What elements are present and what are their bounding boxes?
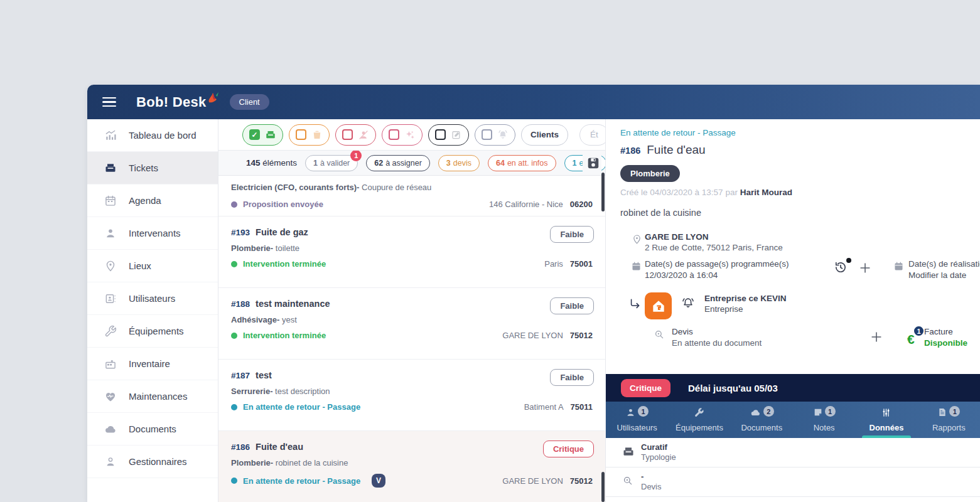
status-dot-icon	[231, 404, 237, 410]
ticket-row[interactable]: #187test Serrurerie- test description En…	[218, 360, 605, 431]
sidebar-item-inventaire[interactable]: Inventaire	[87, 348, 218, 380]
sidebar-item-documents[interactable]: Documents	[87, 413, 218, 446]
chart-icon	[104, 129, 117, 142]
element-count: 145 éléments	[246, 158, 297, 168]
list-controls-bar: 145 éléments 1à valider 1 62à assigner 3…	[218, 151, 605, 176]
pill-a-valider[interactable]: 1à valider 1	[305, 155, 358, 171]
scrollbar-thumb[interactable]	[601, 173, 605, 211]
ticket-row[interactable]: #193Fuite de gaz Plomberie- toilette Int…	[218, 216, 605, 288]
brand-logo[interactable]: Bob! Desk	[136, 94, 218, 110]
alarm-icon	[497, 129, 509, 141]
deadline-bar: Critique Délai jusqu'au 05/03	[606, 374, 980, 402]
calendar-icon	[631, 261, 642, 272]
report-icon	[937, 407, 947, 417]
data-row-partial[interactable]	[606, 497, 980, 502]
tab-count-badge: 1	[638, 406, 649, 417]
sidebar-item-lieux[interactable]: Lieux	[87, 250, 218, 282]
pill-devis[interactable]: 3devis	[438, 155, 480, 171]
clients-filter-button[interactable]: Clients	[521, 124, 568, 146]
location-name: GARE DE LYON	[645, 232, 783, 242]
data-row-typologie[interactable]: Curatif Typologie	[606, 438, 980, 467]
tab-documents[interactable]: 2 Documents	[731, 402, 793, 438]
ticket-location: 146 Californie - Nice06200	[489, 200, 593, 209]
facture-label: Facture	[924, 326, 967, 338]
ticket-category-line: Plomberie- robinet de la cuisine	[231, 458, 593, 467]
company-block[interactable]: Entreprise ce KEVIN Entreprise	[704, 294, 787, 314]
tab-utilisateurs[interactable]: 1 Utilisateurs	[606, 402, 668, 438]
devis-block[interactable]: Devis En attente du document	[672, 326, 762, 349]
data-row-devis[interactable]: - Devis	[606, 467, 980, 497]
checkbox-empty-icon	[296, 129, 306, 140]
add-passage-date-icon[interactable]	[858, 261, 872, 275]
shelf-icon	[104, 358, 117, 370]
app-window: Bob! Desk Client Tableau de bord Tickets…	[87, 85, 980, 502]
ticket-status: En attente de retour - Passage	[231, 402, 360, 412]
ticket-row[interactable]: #188test maintenance Adhésivage- yest In…	[218, 288, 605, 360]
tab-donnees[interactable]: Données	[855, 402, 917, 438]
sidebar-item-utilisateurs[interactable]: Utilisateurs	[87, 282, 218, 315]
ticket-row-selected[interactable]: #186Fuite d'eau Plomberie- robinet de la…	[218, 431, 605, 502]
tab-count-badge: 1	[949, 406, 960, 417]
checkbox-empty-icon	[435, 129, 446, 140]
filter-edit-button[interactable]	[428, 124, 469, 146]
tab-rapports[interactable]: 1 Rapports	[918, 402, 980, 438]
sliders-icon	[881, 407, 891, 418]
filter-sparkles-button[interactable]	[382, 124, 423, 146]
history-button[interactable]	[833, 260, 849, 276]
ticket-category-line: Electricien (CFO, courants forts)- Coupu…	[231, 183, 593, 192]
sidebar-item-equipements[interactable]: Équipements	[87, 315, 218, 348]
tab-notes[interactable]: 1 Notes	[793, 402, 855, 438]
sidebar-item-agenda[interactable]: Agenda	[87, 184, 218, 217]
sidebar-item-label: Intervenants	[129, 228, 181, 238]
bell-icon[interactable]	[681, 296, 695, 310]
top-navbar: Bob! Desk Client	[87, 85, 980, 119]
realisation-dates-block[interactable]: Date(s) de réalisation Modifier la date	[908, 259, 980, 281]
sidebar-item-gestionnaires[interactable]: Gestionnaires	[87, 446, 218, 478]
pill-a-assigner[interactable]: 62à assigner	[366, 155, 430, 171]
filter-validated-button[interactable]: ✓	[242, 124, 283, 146]
sidebar-item-maintenances[interactable]: Maintenances	[87, 380, 218, 413]
person-icon	[104, 456, 117, 468]
passage-dates-block[interactable]: Date(s) de passage(s) programmée(s) 12/0…	[645, 259, 789, 281]
facture-icon-group[interactable]: € 1	[907, 326, 926, 348]
corner-arrow-icon	[628, 297, 642, 311]
pill-en-att-infos[interactable]: 64en att. infos	[488, 155, 556, 171]
ticket-row[interactable]: Electricien (CFO, courants forts)- Coupu…	[218, 176, 605, 216]
calendar-icon	[893, 261, 904, 272]
critique-badge[interactable]: Critique	[621, 379, 670, 397]
company-app-icon[interactable]	[645, 292, 672, 319]
etats-filter-button[interactable]: Ét	[579, 124, 605, 146]
avatar: V	[372, 474, 385, 488]
location-block[interactable]: GARE DE LYON 2 Rue de Cotte, 75012 Paris…	[645, 232, 783, 252]
sidebar-item-label: Agenda	[129, 195, 161, 206]
ticket-location: Batiment A75011	[524, 402, 593, 412]
tab-equipements[interactable]: Équipements	[668, 402, 730, 438]
company-type: Entreprise	[704, 304, 787, 314]
detail-tabbar: 1 Utilisateurs Équipements 2 Documents 1…	[606, 402, 980, 438]
ticket-location: Paris75001	[544, 259, 593, 269]
realisation-action: Modifier la date	[908, 270, 980, 281]
filter-alarm-button[interactable]	[475, 124, 515, 146]
detail-status-link[interactable]: En attente de retour - Passage	[620, 128, 736, 137]
ticket-location: GARE DE LYON75012	[502, 476, 593, 486]
ticket-detail-panel: En attente de retour - Passage #186 Fuit…	[606, 119, 980, 502]
filter-trash-button[interactable]	[289, 124, 330, 146]
save-view-button[interactable]	[583, 155, 601, 171]
edit-icon	[451, 129, 462, 141]
menu-icon[interactable]	[102, 97, 116, 107]
trash-icon	[311, 129, 323, 141]
add-devis-icon[interactable]	[870, 330, 883, 344]
ticket-list: Electricien (CFO, courants forts)- Coupu…	[218, 176, 605, 502]
status-dot-icon	[231, 201, 237, 208]
ticket-id: #188	[231, 299, 250, 309]
scrollbar-thumb[interactable]	[601, 472, 605, 502]
filter-no-intervenant-button[interactable]	[335, 124, 376, 146]
ticket-status: Proposition envoyée	[231, 200, 323, 209]
sidebar-item-intervenants[interactable]: Intervenants	[87, 217, 218, 250]
cloud-icon	[104, 423, 117, 435]
sidebar-item-tableau-de-bord[interactable]: Tableau de bord	[87, 119, 218, 152]
facture-block[interactable]: Facture Disponible	[924, 326, 967, 349]
sidebar-item-tickets[interactable]: Tickets	[87, 152, 218, 184]
ticket-title: test	[256, 370, 272, 380]
sidebar-item-label: Tableau de bord	[129, 130, 197, 141]
